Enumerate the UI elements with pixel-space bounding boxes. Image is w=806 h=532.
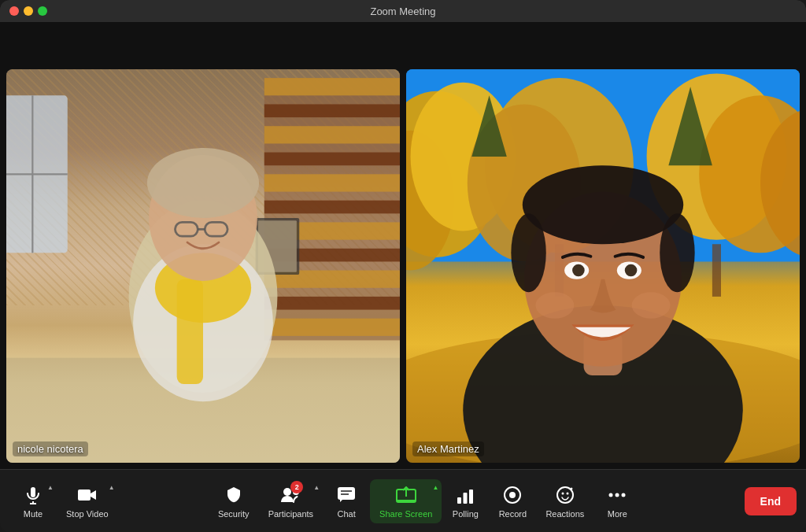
nicole-name: nicole nicotera — [13, 441, 88, 456]
svg-rect-71 — [469, 490, 473, 504]
nicole-video-tile: nicole nicotera — [6, 69, 400, 463]
security-label: Security — [218, 509, 250, 519]
svg-rect-70 — [464, 493, 468, 504]
mute-label: Mute — [24, 509, 43, 519]
more-button[interactable]: More — [593, 479, 641, 523]
svg-rect-17 — [264, 297, 400, 310]
mic-icon — [22, 484, 44, 506]
svg-rect-12 — [264, 174, 400, 191]
polling-icon — [454, 484, 476, 506]
svg-point-56 — [632, 292, 671, 318]
svg-rect-25 — [177, 279, 203, 384]
svg-point-81 — [622, 493, 626, 497]
end-button[interactable]: End — [745, 487, 797, 515]
reactions-label: Reactions — [545, 509, 584, 519]
toolbar: ▲ Mute ▲ Stop Video — [0, 469, 806, 532]
participants-caret: ▲ — [313, 484, 320, 491]
more-label: More — [608, 509, 627, 519]
stop-video-button[interactable]: ▲ Stop Video — [57, 479, 118, 523]
mute-caret: ▲ — [47, 484, 54, 491]
svg-point-80 — [616, 493, 619, 497]
stop-video-label: Stop Video — [66, 509, 109, 519]
chat-button[interactable]: Chat — [323, 479, 370, 523]
svg-rect-69 — [457, 497, 461, 504]
toolbar-left: ▲ Mute ▲ Stop Video — [9, 479, 118, 523]
alex-video-tile: Alex Martinez — [406, 69, 800, 463]
svg-rect-9 — [264, 104, 400, 117]
svg-point-50 — [660, 213, 694, 292]
svg-rect-63 — [338, 487, 355, 500]
svg-rect-57 — [31, 487, 35, 497]
record-button[interactable]: Record — [489, 479, 536, 523]
window-title: Zoom Meeting — [370, 6, 435, 17]
record-label: Record — [499, 509, 527, 519]
share-screen-caret: ▲ — [432, 484, 438, 491]
svg-point-79 — [609, 493, 613, 497]
svg-rect-13 — [264, 201, 400, 214]
maximize-button[interactable] — [38, 6, 47, 16]
svg-point-48 — [523, 165, 683, 244]
stop-video-caret: ▲ — [109, 484, 115, 491]
participants-label: Participants — [268, 509, 313, 519]
svg-rect-43 — [712, 244, 721, 297]
svg-rect-8 — [264, 78, 400, 95]
svg-point-53 — [572, 264, 585, 277]
participants-button[interactable]: ▲ 2 Participants — [259, 479, 323, 523]
share-screen-label: Share Screen — [379, 509, 432, 519]
polling-button[interactable]: Polling — [442, 479, 489, 523]
share-icon — [395, 484, 417, 506]
traffic-lights — [9, 6, 47, 16]
svg-point-49 — [511, 213, 545, 292]
people-icon: 2 — [279, 484, 301, 506]
svg-point-54 — [625, 264, 638, 277]
alex-name: Alex Martinez — [412, 441, 484, 456]
share-screen-button[interactable]: ▲ Share Screen — [370, 479, 442, 523]
svg-rect-10 — [264, 126, 400, 143]
svg-point-27 — [147, 148, 259, 218]
svg-rect-18 — [264, 319, 400, 336]
participants-badge: 2 — [290, 481, 303, 493]
svg-point-73 — [509, 492, 516, 498]
svg-point-76 — [566, 492, 568, 494]
chat-icon — [335, 484, 357, 506]
svg-rect-11 — [264, 153, 400, 166]
camera-icon — [76, 484, 98, 506]
reactions-icon — [554, 484, 576, 506]
chat-label: Chat — [337, 509, 355, 519]
toolbar-center: Security ▲ 2 Participants — [118, 479, 732, 523]
svg-point-75 — [561, 492, 564, 494]
video-container: nicole nicotera — [0, 22, 806, 469]
shield-icon — [223, 484, 245, 506]
polling-label: Polling — [453, 509, 479, 519]
title-bar: Zoom Meeting — [0, 0, 806, 22]
mute-button[interactable]: ▲ Mute — [9, 479, 57, 523]
security-button[interactable]: Security — [209, 479, 259, 523]
reactions-button[interactable]: Reactions — [536, 479, 593, 523]
record-icon — [501, 484, 523, 506]
more-icon — [606, 484, 628, 506]
toolbar-right: End — [732, 487, 797, 515]
svg-point-55 — [535, 292, 574, 318]
minimize-button[interactable] — [24, 6, 33, 16]
svg-rect-60 — [78, 490, 91, 501]
close-button[interactable] — [9, 6, 19, 16]
